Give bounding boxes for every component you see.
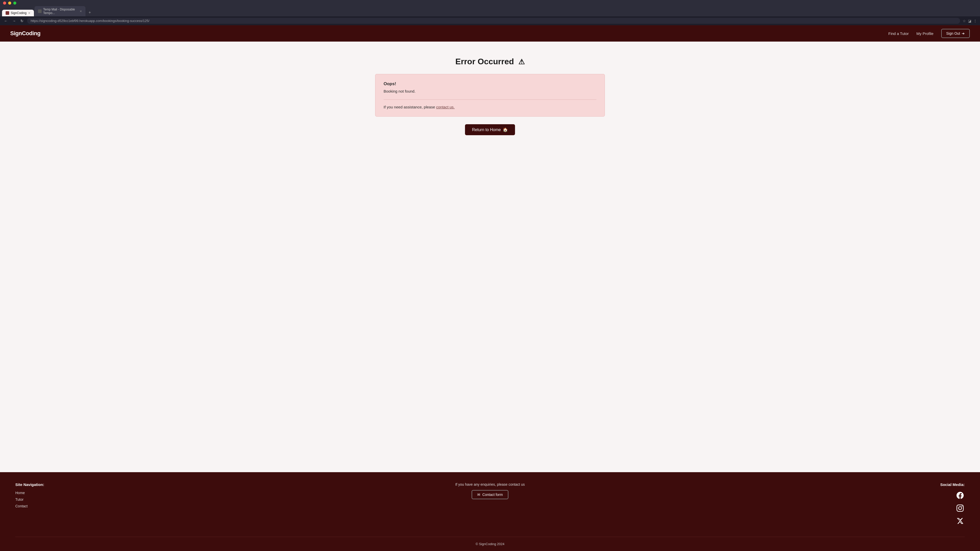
facebook-icon[interactable] [956,491,965,500]
minimize-dot[interactable] [8,2,11,5]
oops-title: Oops! [383,81,597,86]
contact-form-label: Contact form [482,492,503,497]
browser-addressbar: ← → ↻ https://signcoding-d529cc1ebf99.he… [0,16,980,25]
footer-home-link[interactable]: Home [15,491,332,495]
brand-logo[interactable]: SignCoding [10,30,40,37]
tab-tempmail[interactable]: Temp Mail - Disposable Tempo... ✕ [35,6,86,16]
extensions-icon[interactable]: ◪ [968,19,971,23]
footer-tutor-link[interactable]: Tutor [15,497,332,502]
footer-contact-section: If you have any enquiries, please contac… [332,483,648,529]
menu-icon[interactable]: ⋮ [974,19,977,23]
error-card: Oops! Booking not found. If you need ass… [375,74,605,117]
sign-out-icon: ➔ [962,32,965,35]
contact-form-button[interactable]: ✉ Contact form [472,490,508,499]
footer: Site Navigation: Home Tutor Contact If y… [0,472,980,551]
browser-tabs: SignCoding ✕ Temp Mail - Disposable Temp… [0,6,980,16]
envelope-icon: ✉ [477,492,480,497]
navbar-nav: Find a Tutor My Profile Sign Out ➔ [888,29,970,38]
return-btn-label: Return to Home [472,127,501,132]
help-prefix: If you need assistance, please [383,105,436,109]
footer-contact-link[interactable]: Contact [15,504,332,508]
footer-nav-section: Site Navigation: Home Tutor Contact [15,483,332,529]
footer-nav-heading: Site Navigation: [15,483,332,487]
maximize-dot[interactable] [13,2,16,5]
help-text: If you need assistance, please contact u… [383,105,597,109]
back-button[interactable]: ← [3,18,9,24]
error-heading: Error Occurred ⚠ [5,57,975,66]
instagram-icon[interactable] [956,503,965,513]
contact-link[interactable]: contact us. [436,105,455,109]
tab-favicon [6,11,9,15]
tab-close-icon-2[interactable]: ✕ [80,10,82,13]
warning-icon: ⚠ [518,58,525,66]
close-dot[interactable] [3,2,6,5]
brand-text: SignCoding [10,30,40,37]
tab-close-icon[interactable]: ✕ [28,11,30,15]
footer-social-heading: Social Media: [648,483,965,487]
forward-button[interactable]: → [11,18,17,24]
footer-divider [15,537,965,537]
browser-titlebar [0,0,980,6]
nav-find-tutor[interactable]: Find a Tutor [888,32,909,36]
return-btn-container: Return to Home 🏠 [5,124,975,135]
navbar: SignCoding Find a Tutor My Profile Sign … [0,25,980,41]
new-tab-button[interactable]: + [86,9,94,16]
tab-signcoding[interactable]: SignCoding ✕ [2,10,34,16]
tab-label: SignCoding [11,11,27,15]
main-content: Error Occurred ⚠ Oops! Booking not found… [0,41,980,472]
nav-my-profile[interactable]: My Profile [916,32,934,36]
error-message: Booking not found. [383,89,597,94]
footer-copyright: © SignCoding 2024 [15,542,965,546]
star-icon[interactable]: ☆ [963,19,966,23]
sign-out-button[interactable]: Sign Out ➔ [941,29,970,38]
sign-out-label: Sign Out [946,32,960,35]
refresh-button[interactable]: ↻ [19,18,24,24]
tab-label-2: Temp Mail - Disposable Tempo... [43,8,78,15]
footer-social-section: Social Media: [648,483,965,529]
return-home-button[interactable]: Return to Home 🏠 [465,124,515,135]
social-icons [648,491,965,529]
address-icons: ☆ ◪ ⋮ [963,19,977,23]
footer-main: Site Navigation: Home Tutor Contact If y… [15,483,965,529]
address-bar[interactable]: https://signcoding-d529cc1ebf99.herokuap… [27,18,960,24]
browser-chrome: SignCoding ✕ Temp Mail - Disposable Temp… [0,0,980,25]
footer-enquiry-text: If you have any enquiries, please contac… [332,483,648,486]
twitter-x-icon[interactable] [956,516,965,526]
tab-favicon-2 [38,10,41,13]
url-text: https://signcoding-d529cc1ebf99.herokuap… [30,19,149,23]
home-icon: 🏠 [503,127,508,132]
